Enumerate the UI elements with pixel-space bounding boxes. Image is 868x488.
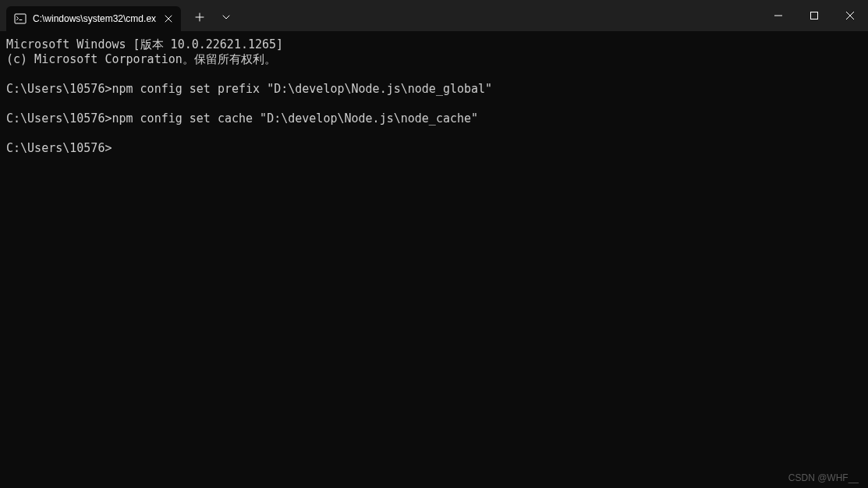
tab-actions	[181, 0, 239, 31]
new-tab-button[interactable]	[187, 5, 212, 30]
svg-rect-3	[811, 12, 818, 19]
terminal-line: C:\Users\10576>npm config set prefix "D:…	[6, 82, 862, 97]
cmd-icon	[14, 12, 27, 25]
tab-close-button[interactable]	[162, 12, 175, 25]
terminal-line: (c) Microsoft Corporation。保留所有权利。	[6, 52, 862, 67]
terminal-line	[6, 126, 862, 141]
titlebar-drag-area[interactable]	[239, 0, 760, 31]
terminal-line: Microsoft Windows [版本 10.0.22621.1265]	[6, 37, 862, 52]
titlebar: C:\windows\system32\cmd.ex	[0, 0, 868, 31]
terminal-line	[6, 97, 862, 111]
tab-cmd[interactable]: C:\windows\system32\cmd.ex	[6, 6, 181, 31]
tab-title: C:\windows\system32\cmd.ex	[33, 13, 156, 24]
window-controls	[760, 0, 868, 31]
svg-rect-0	[15, 14, 26, 23]
tab-area: C:\windows\system32\cmd.ex	[0, 0, 181, 31]
terminal-line: C:\Users\10576>	[6, 141, 862, 156]
maximize-button[interactable]	[796, 0, 832, 31]
tab-dropdown-button[interactable]	[214, 5, 239, 30]
terminal-output[interactable]: Microsoft Windows [版本 10.0.22621.1265](c…	[0, 31, 868, 162]
minimize-button[interactable]	[760, 0, 796, 31]
terminal-line	[6, 67, 862, 82]
watermark: CSDN @WHF__	[788, 472, 859, 483]
terminal-line: C:\Users\10576>npm config set cache "D:\…	[6, 111, 862, 126]
close-button[interactable]	[832, 0, 868, 31]
